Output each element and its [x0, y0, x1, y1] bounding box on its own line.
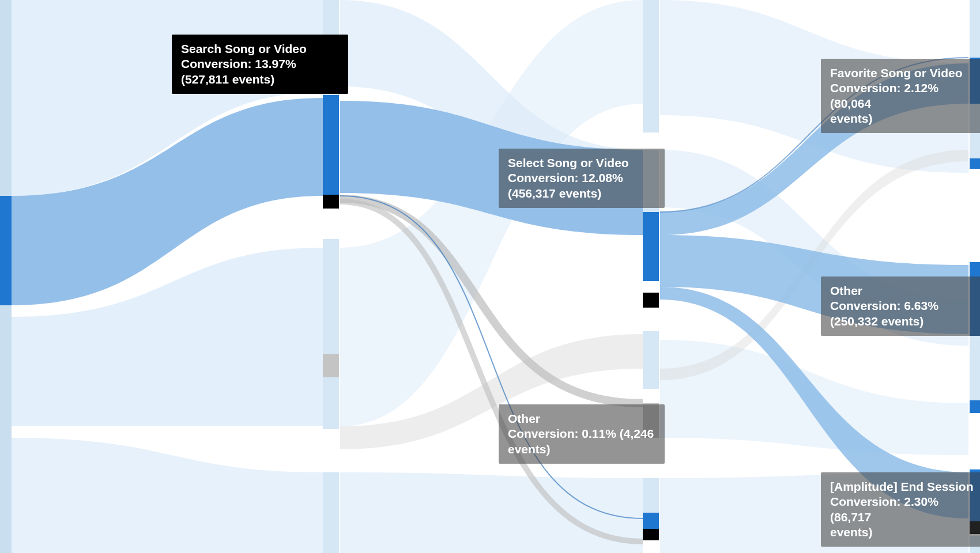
tooltip-events: (456,317 events) — [508, 186, 655, 201]
tooltip-title: Favorite Song or Video — [830, 66, 980, 81]
node-search[interactable] — [323, 95, 339, 195]
tooltip-conv: Conversion: 0.11% (4,246 — [508, 426, 655, 441]
svg-rect-17 — [970, 336, 980, 411]
tooltip-conv: Conversion: 13.97% — [181, 56, 339, 71]
node-search-drop[interactable] — [323, 195, 339, 209]
tooltip-other-col2: Other Conversion: 0.11% (4,246 events) — [499, 404, 665, 464]
svg-rect-18 — [970, 400, 980, 413]
svg-rect-5 — [323, 354, 339, 377]
svg-rect-1 — [0, 0, 12, 196]
tooltip-other-col3: Other Conversion: 6.63% (250,332 events) — [821, 276, 980, 336]
tooltip-events: events) — [508, 442, 655, 457]
tooltip-conv: Conversion: 2.30% (86,717 — [830, 494, 980, 525]
tooltip-search: Search Song or Video Conversion: 13.97% … — [172, 35, 348, 94]
tooltip-conv: Conversion: 12.08% — [508, 171, 655, 185]
svg-rect-6 — [323, 472, 339, 553]
tooltip-favorite: Favorite Song or Video Conversion: 2.12%… — [821, 59, 980, 133]
svg-rect-10 — [643, 331, 659, 389]
node-select-drop[interactable] — [643, 293, 659, 308]
svg-rect-14 — [970, 0, 980, 58]
tooltip-events: (250,332 events) — [830, 314, 980, 329]
tooltip-select: Select Song or Video Conversion: 12.08% … — [499, 149, 665, 208]
node-col0 — [0, 0, 12, 553]
tooltip-title: [Amplitude] End Session — [830, 479, 980, 494]
tooltip-conv: Conversion: 2.12% (80,064 — [830, 81, 980, 111]
node-col2-other[interactable] — [643, 513, 659, 529]
tooltip-events: events) — [830, 525, 980, 540]
svg-rect-7 — [643, 0, 659, 132]
tooltip-events: events) — [830, 111, 980, 126]
node-select[interactable] — [643, 212, 659, 281]
tooltip-title: Other — [830, 283, 980, 298]
svg-rect-2 — [0, 305, 12, 553]
tooltip-title: Search Song or Video — [181, 41, 339, 56]
tooltip-conv: Conversion: 6.63% — [830, 298, 980, 313]
tooltip-end-session: [Amplitude] End Session Conversion: 2.30… — [821, 472, 980, 547]
svg-rect-13 — [643, 529, 659, 540]
tooltip-events: (527,811 events) — [181, 72, 339, 87]
svg-rect-16 — [970, 158, 980, 169]
tooltip-title: Other — [508, 411, 655, 426]
node-start-selected[interactable] — [0, 196, 12, 305]
svg-rect-12 — [643, 478, 659, 513]
tooltip-title: Select Song or Video — [508, 156, 655, 171]
svg-rect-4 — [323, 239, 339, 429]
